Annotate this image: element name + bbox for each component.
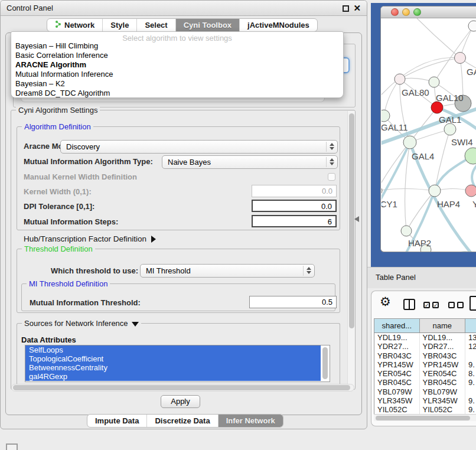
table-row[interactable]: YER054CYER054C8. xyxy=(374,369,476,378)
settings-vertical-thumb[interactable] xyxy=(349,113,354,328)
network-node-gal80[interactable] xyxy=(395,74,405,84)
tab-select[interactable]: Select xyxy=(136,19,175,31)
network-node-hap2[interactable] xyxy=(401,226,412,236)
node-label: GCY1 xyxy=(382,199,397,209)
mi-threshold-field[interactable]: 0.5 xyxy=(249,296,337,308)
node-label: SWI4 xyxy=(451,137,473,147)
select-all-icon[interactable]: ✓ xyxy=(423,302,430,308)
attribute-list-item[interactable]: BetweennessCentrality xyxy=(25,363,321,372)
column-header[interactable] xyxy=(465,319,476,332)
docked-panel-icon[interactable] xyxy=(6,444,18,450)
aracne-mode-value: Discovery xyxy=(66,142,100,151)
table-horizontal-scrollbar[interactable] xyxy=(374,414,476,421)
table-row[interactable]: YIL052CYIL052C9. xyxy=(374,405,476,414)
column-header[interactable]: name xyxy=(420,319,466,332)
network-node-swi4[interactable] xyxy=(444,123,456,135)
table-cell xyxy=(465,351,476,360)
mi-steps-field[interactable]: 6 xyxy=(252,215,337,227)
algorithm-option[interactable]: Bayesian – K2 xyxy=(11,79,343,89)
table-cell: 12 xyxy=(465,342,476,351)
network-node[interactable] xyxy=(468,21,476,31)
table-cell: YBR045C xyxy=(420,378,466,387)
mouse-cursor xyxy=(354,216,359,222)
tab-style[interactable]: Style xyxy=(102,19,136,31)
node-label: Y xyxy=(472,199,476,209)
manual-kernel-checkbox[interactable] xyxy=(328,173,335,181)
attribute-list-item[interactable]: SelfLoops xyxy=(25,345,321,354)
table-row[interactable]: YBR045CYBR045C9. xyxy=(374,378,476,387)
attribute-list-item[interactable]: TopologicalCoefficient xyxy=(25,354,321,363)
mi-type-combo[interactable]: Naive Bayes xyxy=(162,155,338,169)
network-graph[interactable]: GALGAL80GAL10GAL1GAL11SWI4GAL4GCY1HAP4YH… xyxy=(382,18,476,252)
table-row[interactable]: YDR27...YDR27...12 xyxy=(374,342,476,351)
list-scrollbar[interactable] xyxy=(321,346,329,381)
apply-button[interactable]: Apply xyxy=(161,395,200,408)
data-attributes-list[interactable]: SelfLoopsTopologicalCoefficientBetweenne… xyxy=(25,345,330,382)
table-row[interactable]: YBL079WYBL079W xyxy=(374,387,476,396)
document-icon[interactable] xyxy=(470,296,476,311)
algorithm-option[interactable]: Basic Correlation Inference xyxy=(11,51,343,60)
column-header[interactable]: shared... xyxy=(374,319,420,332)
network-node-hap4[interactable] xyxy=(429,185,441,197)
algorithm-option[interactable]: Dream8 DC_TDC Algorithm xyxy=(11,89,343,98)
select-all-icon[interactable]: ✓ xyxy=(432,302,439,308)
tab-label: Select xyxy=(145,19,167,31)
network-window-titlebar xyxy=(381,6,476,18)
settings-vertical-scrollbar[interactable] xyxy=(347,111,355,389)
settings-gear-icon[interactable]: ⚙ xyxy=(380,295,391,309)
algorithm-option[interactable]: Mutual Information Inference xyxy=(11,70,343,79)
tab-jactivemnodules[interactable]: jActiveMNodules xyxy=(239,19,317,31)
network-edge[interactable] xyxy=(382,189,435,191)
node-label: GAL80 xyxy=(402,87,429,97)
table-row[interactable]: YBR043CYBR043C xyxy=(374,351,476,360)
deselect-all-icon[interactable] xyxy=(457,302,464,308)
aracne-mode-combo[interactable]: Discovery xyxy=(60,140,338,154)
deselect-all-icon[interactable] xyxy=(448,302,455,308)
network-node-gal[interactable] xyxy=(455,53,466,64)
network-node-gal10[interactable] xyxy=(429,77,439,87)
sources-title-label: Sources for Network Inference xyxy=(24,319,128,328)
sources-title[interactable]: Sources for Network Inference xyxy=(22,319,141,328)
network-edge[interactable] xyxy=(417,18,460,58)
tab-network[interactable]: Network xyxy=(47,19,102,31)
threshold-definition-title: Threshold Definition xyxy=(22,244,95,253)
network-node[interactable] xyxy=(465,148,476,164)
tab-infer-network[interactable]: Infer Network xyxy=(218,415,283,427)
network-edge[interactable] xyxy=(405,142,410,231)
float-icon[interactable] xyxy=(343,5,349,12)
network-node-y[interactable] xyxy=(465,185,476,197)
table-cell: YDR27... xyxy=(374,342,420,351)
table-row[interactable]: YLR345WYLR345W9. xyxy=(374,396,476,405)
close-icon[interactable]: ✕ xyxy=(353,3,361,14)
table-row[interactable]: YPR145WYPR145W9. xyxy=(374,360,476,369)
algorithm-option[interactable]: ARACNE Algorithm xyxy=(11,60,343,70)
table-row[interactable]: YDL19...YDL19...13 xyxy=(374,333,476,342)
algorithm-option[interactable]: Bayesian – Hill Climbing xyxy=(11,41,343,51)
hub-expander[interactable]: Hub/Transcription Factor Definition xyxy=(24,234,156,243)
node-label: GAL xyxy=(467,67,476,77)
zoom-traffic-icon[interactable] xyxy=(413,8,421,16)
attribute-list-item[interactable]: gal4RGexp xyxy=(25,372,321,381)
tab-cyni-toolbox[interactable]: Cyni Toolbox xyxy=(175,19,239,31)
which-threshold-combo[interactable]: MI Threshold xyxy=(140,264,315,278)
tab-impute-data[interactable]: Impute Data xyxy=(87,415,146,427)
table-horizontal-thumb[interactable] xyxy=(376,416,470,420)
network-node-gal1[interactable] xyxy=(431,102,443,113)
table-panel-titlebar: Table Panel xyxy=(367,267,476,288)
kernel-width-field[interactable]: 0.0 xyxy=(252,185,337,197)
tab-discretize-data[interactable]: Discretize Data xyxy=(146,415,217,427)
table-cell: YBR043C xyxy=(420,351,466,360)
dpi-tolerance-field[interactable]: 0.0 xyxy=(252,200,337,212)
list-scroll-thumb[interactable] xyxy=(322,347,328,379)
dpi-tolerance-label: DPI Tolerance [0,1]: xyxy=(24,202,94,211)
network-edge[interactable] xyxy=(435,129,450,191)
node-label: HAP4 xyxy=(437,199,460,209)
settings-horizontal-thumb[interactable] xyxy=(13,385,350,390)
network-node-gal4[interactable] xyxy=(403,136,416,149)
network-node-gal11[interactable] xyxy=(382,110,390,122)
minimize-traffic-icon[interactable] xyxy=(402,8,410,16)
column-layout-icon[interactable] xyxy=(403,299,415,310)
close-traffic-icon[interactable] xyxy=(391,8,399,16)
tab-label: Impute Data xyxy=(95,415,139,427)
settings-horizontal-scrollbar[interactable] xyxy=(11,384,354,392)
